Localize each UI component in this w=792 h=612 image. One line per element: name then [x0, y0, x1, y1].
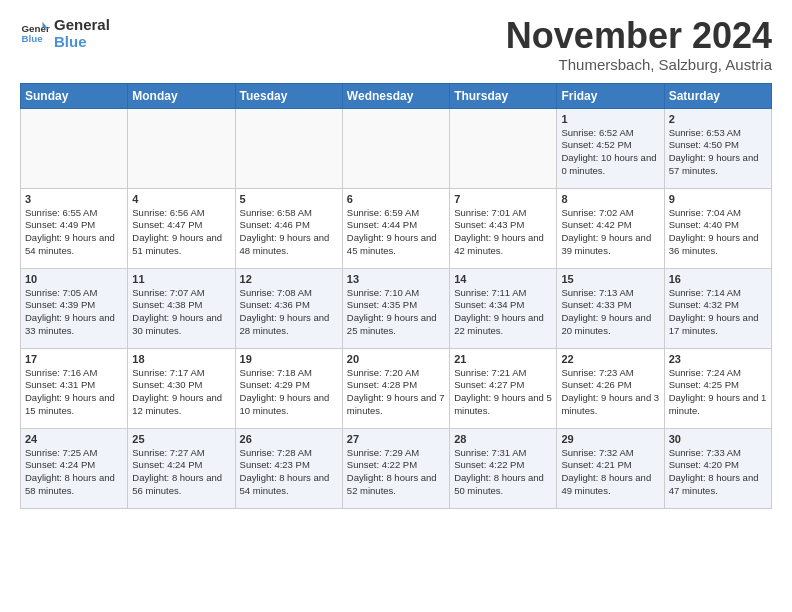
day-info: Sunrise: 7:25 AM Sunset: 4:24 PM Dayligh… — [25, 447, 123, 498]
day-info: Sunrise: 6:55 AM Sunset: 4:49 PM Dayligh… — [25, 207, 123, 258]
day-cell: 21Sunrise: 7:21 AM Sunset: 4:27 PM Dayli… — [450, 348, 557, 428]
day-number: 12 — [240, 273, 338, 285]
day-cell: 30Sunrise: 7:33 AM Sunset: 4:20 PM Dayli… — [664, 428, 771, 508]
day-cell: 16Sunrise: 7:14 AM Sunset: 4:32 PM Dayli… — [664, 268, 771, 348]
day-cell: 7Sunrise: 7:01 AM Sunset: 4:43 PM Daylig… — [450, 188, 557, 268]
day-info: Sunrise: 7:31 AM Sunset: 4:22 PM Dayligh… — [454, 447, 552, 498]
day-info: Sunrise: 6:56 AM Sunset: 4:47 PM Dayligh… — [132, 207, 230, 258]
header-cell-thursday: Thursday — [450, 83, 557, 108]
day-info: Sunrise: 7:14 AM Sunset: 4:32 PM Dayligh… — [669, 287, 767, 338]
day-number: 9 — [669, 193, 767, 205]
day-cell: 19Sunrise: 7:18 AM Sunset: 4:29 PM Dayli… — [235, 348, 342, 428]
logo: General Blue General Blue — [20, 16, 110, 51]
logo-line2: Blue — [54, 33, 110, 50]
day-info: Sunrise: 7:33 AM Sunset: 4:20 PM Dayligh… — [669, 447, 767, 498]
day-info: Sunrise: 7:02 AM Sunset: 4:42 PM Dayligh… — [561, 207, 659, 258]
header-cell-friday: Friday — [557, 83, 664, 108]
day-cell — [128, 108, 235, 188]
calendar-body: 1Sunrise: 6:52 AM Sunset: 4:52 PM Daylig… — [21, 108, 772, 508]
day-info: Sunrise: 7:29 AM Sunset: 4:22 PM Dayligh… — [347, 447, 445, 498]
day-info: Sunrise: 7:28 AM Sunset: 4:23 PM Dayligh… — [240, 447, 338, 498]
day-cell: 18Sunrise: 7:17 AM Sunset: 4:30 PM Dayli… — [128, 348, 235, 428]
header-cell-wednesday: Wednesday — [342, 83, 449, 108]
day-cell: 15Sunrise: 7:13 AM Sunset: 4:33 PM Dayli… — [557, 268, 664, 348]
day-info: Sunrise: 7:08 AM Sunset: 4:36 PM Dayligh… — [240, 287, 338, 338]
day-number: 14 — [454, 273, 552, 285]
day-info: Sunrise: 7:10 AM Sunset: 4:35 PM Dayligh… — [347, 287, 445, 338]
week-row-1: 1Sunrise: 6:52 AM Sunset: 4:52 PM Daylig… — [21, 108, 772, 188]
day-info: Sunrise: 7:05 AM Sunset: 4:39 PM Dayligh… — [25, 287, 123, 338]
day-number: 4 — [132, 193, 230, 205]
day-number: 10 — [25, 273, 123, 285]
header: General Blue General Blue November 2024 … — [20, 16, 772, 73]
page: General Blue General Blue November 2024 … — [0, 0, 792, 519]
day-cell: 12Sunrise: 7:08 AM Sunset: 4:36 PM Dayli… — [235, 268, 342, 348]
logo-icon: General Blue — [20, 18, 50, 48]
day-cell: 17Sunrise: 7:16 AM Sunset: 4:31 PM Dayli… — [21, 348, 128, 428]
day-number: 11 — [132, 273, 230, 285]
day-number: 21 — [454, 353, 552, 365]
day-cell: 14Sunrise: 7:11 AM Sunset: 4:34 PM Dayli… — [450, 268, 557, 348]
day-info: Sunrise: 7:18 AM Sunset: 4:29 PM Dayligh… — [240, 367, 338, 418]
day-cell — [21, 108, 128, 188]
header-cell-sunday: Sunday — [21, 83, 128, 108]
day-info: Sunrise: 6:53 AM Sunset: 4:50 PM Dayligh… — [669, 127, 767, 178]
day-cell: 4Sunrise: 6:56 AM Sunset: 4:47 PM Daylig… — [128, 188, 235, 268]
header-cell-monday: Monday — [128, 83, 235, 108]
day-info: Sunrise: 7:32 AM Sunset: 4:21 PM Dayligh… — [561, 447, 659, 498]
day-info: Sunrise: 7:20 AM Sunset: 4:28 PM Dayligh… — [347, 367, 445, 418]
subtitle: Thumersbach, Salzburg, Austria — [506, 56, 772, 73]
day-cell: 29Sunrise: 7:32 AM Sunset: 4:21 PM Dayli… — [557, 428, 664, 508]
day-number: 2 — [669, 113, 767, 125]
week-row-3: 10Sunrise: 7:05 AM Sunset: 4:39 PM Dayli… — [21, 268, 772, 348]
day-cell: 20Sunrise: 7:20 AM Sunset: 4:28 PM Dayli… — [342, 348, 449, 428]
logo-line1: General — [54, 16, 110, 33]
day-number: 18 — [132, 353, 230, 365]
calendar-table: SundayMondayTuesdayWednesdayThursdayFrid… — [20, 83, 772, 509]
day-number: 28 — [454, 433, 552, 445]
day-cell: 8Sunrise: 7:02 AM Sunset: 4:42 PM Daylig… — [557, 188, 664, 268]
day-cell: 5Sunrise: 6:58 AM Sunset: 4:46 PM Daylig… — [235, 188, 342, 268]
day-cell: 23Sunrise: 7:24 AM Sunset: 4:25 PM Dayli… — [664, 348, 771, 428]
day-cell: 24Sunrise: 7:25 AM Sunset: 4:24 PM Dayli… — [21, 428, 128, 508]
day-number: 3 — [25, 193, 123, 205]
day-cell: 26Sunrise: 7:28 AM Sunset: 4:23 PM Dayli… — [235, 428, 342, 508]
day-number: 16 — [669, 273, 767, 285]
day-cell: 6Sunrise: 6:59 AM Sunset: 4:44 PM Daylig… — [342, 188, 449, 268]
day-number: 24 — [25, 433, 123, 445]
day-cell: 3Sunrise: 6:55 AM Sunset: 4:49 PM Daylig… — [21, 188, 128, 268]
week-row-5: 24Sunrise: 7:25 AM Sunset: 4:24 PM Dayli… — [21, 428, 772, 508]
day-cell: 13Sunrise: 7:10 AM Sunset: 4:35 PM Dayli… — [342, 268, 449, 348]
day-info: Sunrise: 6:59 AM Sunset: 4:44 PM Dayligh… — [347, 207, 445, 258]
day-number: 13 — [347, 273, 445, 285]
header-cell-tuesday: Tuesday — [235, 83, 342, 108]
day-cell: 1Sunrise: 6:52 AM Sunset: 4:52 PM Daylig… — [557, 108, 664, 188]
day-number: 29 — [561, 433, 659, 445]
day-cell: 9Sunrise: 7:04 AM Sunset: 4:40 PM Daylig… — [664, 188, 771, 268]
day-cell: 10Sunrise: 7:05 AM Sunset: 4:39 PM Dayli… — [21, 268, 128, 348]
day-number: 1 — [561, 113, 659, 125]
day-number: 27 — [347, 433, 445, 445]
day-info: Sunrise: 6:58 AM Sunset: 4:46 PM Dayligh… — [240, 207, 338, 258]
day-cell — [235, 108, 342, 188]
day-cell: 25Sunrise: 7:27 AM Sunset: 4:24 PM Dayli… — [128, 428, 235, 508]
day-info: Sunrise: 7:24 AM Sunset: 4:25 PM Dayligh… — [669, 367, 767, 418]
day-info: Sunrise: 7:11 AM Sunset: 4:34 PM Dayligh… — [454, 287, 552, 338]
day-number: 19 — [240, 353, 338, 365]
title-section: November 2024 Thumersbach, Salzburg, Aus… — [506, 16, 772, 73]
svg-text:Blue: Blue — [22, 33, 44, 44]
day-number: 7 — [454, 193, 552, 205]
day-number: 26 — [240, 433, 338, 445]
day-info: Sunrise: 7:01 AM Sunset: 4:43 PM Dayligh… — [454, 207, 552, 258]
day-cell: 27Sunrise: 7:29 AM Sunset: 4:22 PM Dayli… — [342, 428, 449, 508]
day-info: Sunrise: 7:23 AM Sunset: 4:26 PM Dayligh… — [561, 367, 659, 418]
day-cell: 28Sunrise: 7:31 AM Sunset: 4:22 PM Dayli… — [450, 428, 557, 508]
day-cell — [342, 108, 449, 188]
day-number: 23 — [669, 353, 767, 365]
day-info: Sunrise: 7:17 AM Sunset: 4:30 PM Dayligh… — [132, 367, 230, 418]
day-number: 25 — [132, 433, 230, 445]
day-info: Sunrise: 7:27 AM Sunset: 4:24 PM Dayligh… — [132, 447, 230, 498]
week-row-2: 3Sunrise: 6:55 AM Sunset: 4:49 PM Daylig… — [21, 188, 772, 268]
day-info: Sunrise: 6:52 AM Sunset: 4:52 PM Dayligh… — [561, 127, 659, 178]
day-number: 5 — [240, 193, 338, 205]
